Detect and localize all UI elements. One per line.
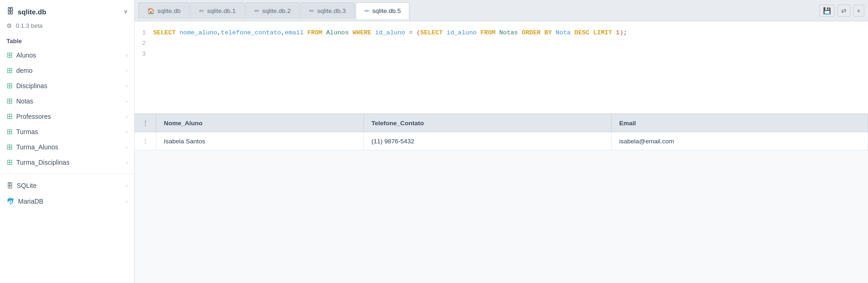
code-content-2[interactable] <box>153 39 157 49</box>
tab-label-sqlite-db: sqlite.db <box>157 7 181 14</box>
sidebar-version: ⚙ 0.1.3 beta <box>0 20 134 34</box>
code-content-1[interactable]: SELECT nome_aluno,telefone_contato,email… <box>153 28 627 39</box>
col-drag-icon: ⋮ <box>142 120 149 127</box>
chevron-mariadb: ‹ <box>126 199 128 204</box>
sidebar-item-turma-disciplinas[interactable]: ⊞ Turma_Disciplinas ‹ <box>0 154 134 170</box>
tab-label-sqlite-db-1: sqlite.db.1 <box>207 7 236 14</box>
results-thead: ⋮ Nome_Aluno Telefone_Contato Email <box>135 114 868 132</box>
sidebar-item-turma-alunos[interactable]: ⊞ Turma_Alunos ‹ <box>0 139 134 154</box>
chevron-turma-disciplinas: ‹ <box>126 160 128 165</box>
sidebar-item-professores[interactable]: ⊞ Professores ‹ <box>0 109 134 124</box>
table-icon-alunos: ⊞ <box>6 51 13 59</box>
table-name-turma-disciplinas: Turma_Disciplinas <box>16 159 70 166</box>
table-name-disciplinas: Disciplinas <box>16 82 47 90</box>
chevron-turma-alunos: ‹ <box>126 144 128 150</box>
main-content: 🏠 sqlite.db ✏ sqlite.db.1 ✏ sqlite.db.2 … <box>135 0 868 283</box>
table-name-alunos: Alunos <box>16 51 36 59</box>
chevron-turmas: ‹ <box>126 129 128 135</box>
sidebar-divider <box>0 174 134 174</box>
chevron-disciplinas: ‹ <box>126 83 128 89</box>
line-number-1: 1 <box>135 28 153 38</box>
tab-edit-icon-2: ✏ <box>254 7 259 14</box>
col-header-drag: ⋮ <box>135 114 156 132</box>
table-name-notas: Notas <box>16 97 33 105</box>
tab-home-icon: 🏠 <box>147 7 155 14</box>
code-line-1: 1 SELECT nome_aluno,telefone_contato,ema… <box>135 28 868 39</box>
row-drag-handle: ⋮ <box>135 132 156 150</box>
table-icon-turmas: ⊞ <box>6 127 13 136</box>
tab-edit-icon-3: ✏ <box>309 7 314 14</box>
sidebar-item-demo[interactable]: ⊞ demo ‹ <box>0 63 134 78</box>
sidebar-item-sqlite[interactable]: 🗄 SQLite ‹ <box>0 178 134 193</box>
table-icon-notas: ⊞ <box>6 96 13 105</box>
code-line-2: 2 <box>135 39 868 49</box>
tabs-bar: 🏠 sqlite.db ✏ sqlite.db.1 ✏ sqlite.db.2 … <box>135 0 868 21</box>
col-header-nome-aluno[interactable]: Nome_Aluno <box>156 114 364 132</box>
line-number-3: 3 <box>135 49 153 59</box>
chevron-demo: ‹ <box>126 68 128 73</box>
sidebar: 🗄 sqlite.db ∨ ⚙ 0.1.3 beta Table ⊞ Aluno… <box>0 0 135 283</box>
table-row: ⋮ Isabela Santos (11) 9876-5432 isabela@… <box>135 132 868 150</box>
sidebar-item-turmas[interactable]: ⊞ Turmas ‹ <box>0 124 134 139</box>
section-table-label: Table <box>0 34 134 47</box>
sidebar-header: 🗄 sqlite.db ∨ <box>0 0 134 20</box>
sqlite-label: SQLite <box>17 182 37 189</box>
table-name-professores: Professores <box>16 113 51 120</box>
tab-edit-icon-1: ✏ <box>199 7 204 14</box>
sidebar-item-alunos[interactable]: ⊞ Alunos ‹ <box>0 47 134 63</box>
results-area: ⋮ Nome_Aluno Telefone_Contato Email ⋮ Is… <box>135 114 868 283</box>
code-editor[interactable]: 1 SELECT nome_aluno,telefone_contato,ema… <box>135 21 868 114</box>
tab-sqlite-db-3[interactable]: ✏ sqlite.db.3 <box>300 2 355 19</box>
sidebar-item-mariadb[interactable]: 🐬 MariaDB ‹ <box>0 193 134 209</box>
table-icon-turma-alunos: ⊞ <box>6 142 13 151</box>
version-label: 0.1.3 beta <box>16 22 43 29</box>
tab-sqlite-db-1[interactable]: ✏ sqlite.db.1 <box>190 2 245 19</box>
row-email: isabela@email.com <box>611 132 868 150</box>
results-tbody: ⋮ Isabela Santos (11) 9876-5432 isabela@… <box>135 132 868 150</box>
code-content-3[interactable] <box>153 49 157 60</box>
tab-label-sqlite-db-5: sqlite.db.5 <box>372 7 401 14</box>
table-name-turma-alunos: Turma_Alunos <box>16 143 58 151</box>
tab-sqlite-db-5[interactable]: ✏ sqlite.db.5 <box>356 2 410 19</box>
tab-label-sqlite-db-2: sqlite.db.2 <box>262 7 291 14</box>
database-icon: 🗄 <box>6 7 14 16</box>
table-icon-disciplinas: ⊞ <box>6 81 13 90</box>
save-button[interactable]: 💾 <box>819 5 835 17</box>
add-tab-button[interactable]: + <box>853 5 864 17</box>
tab-edit-icon-5: ✏ <box>364 7 369 14</box>
results-header-row: ⋮ Nome_Aluno Telefone_Contato Email <box>135 114 868 132</box>
table-icon-professores: ⊞ <box>6 112 13 121</box>
table-name-demo: demo <box>16 67 32 74</box>
chevron-alunos: ‹ <box>126 52 128 58</box>
version-icon: ⚙ <box>6 22 12 29</box>
sqlite-icon: 🗄 <box>6 182 13 189</box>
tabs-actions: 💾 ⇄ + <box>819 5 864 17</box>
sidebar-item-notas[interactable]: ⊞ Notas ‹ <box>0 93 134 109</box>
chevron-sqlite: ‹ <box>126 183 128 188</box>
mariadb-label: MariaDB <box>18 198 43 205</box>
tab-sqlite-db[interactable]: 🏠 sqlite.db <box>138 2 189 19</box>
col-header-telefone-contato[interactable]: Telefone_Contato <box>364 114 612 132</box>
table-name-turmas: Turmas <box>16 128 38 135</box>
restore-button[interactable]: ⇄ <box>837 5 850 17</box>
tab-sqlite-db-2[interactable]: ✏ sqlite.db.2 <box>246 2 300 19</box>
chevron-notas: ‹ <box>126 98 128 104</box>
db-title: sqlite.db <box>18 8 46 16</box>
table-icon-turma-disciplinas: ⊞ <box>6 158 13 167</box>
row-telefone-contato: (11) 9876-5432 <box>364 132 612 150</box>
code-line-3: 3 <box>135 49 868 60</box>
sidebar-collapse-icon[interactable]: ∨ <box>123 8 128 15</box>
row-nome-aluno: Isabela Santos <box>156 132 364 150</box>
sidebar-item-disciplinas[interactable]: ⊞ Disciplinas ‹ <box>0 78 134 93</box>
tab-label-sqlite-db-3: sqlite.db.3 <box>317 7 346 14</box>
line-number-2: 2 <box>135 39 153 49</box>
chevron-professores: ‹ <box>126 114 128 119</box>
col-header-email[interactable]: Email <box>611 114 868 132</box>
table-icon-demo: ⊞ <box>6 66 13 75</box>
mariadb-icon: 🐬 <box>6 198 14 205</box>
results-table: ⋮ Nome_Aluno Telefone_Contato Email ⋮ Is… <box>135 114 868 150</box>
